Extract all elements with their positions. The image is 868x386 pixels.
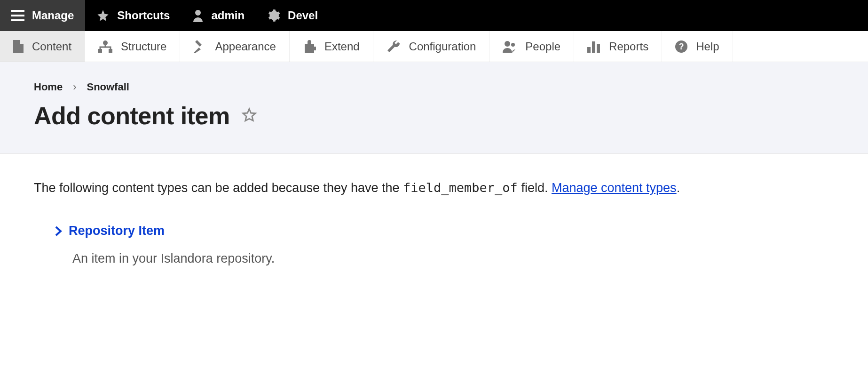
manage-content-types-link[interactable]: Manage content types	[552, 181, 677, 195]
tab-help[interactable]: ? Help	[662, 31, 733, 62]
toolbar-shortcuts-label: Shortcuts	[117, 9, 170, 22]
svg-rect-1	[11, 15, 24, 16]
intro-suffix: field.	[518, 181, 552, 195]
content-type-link[interactable]: Repository Item	[55, 224, 834, 238]
tab-content[interactable]: Content	[0, 31, 85, 62]
page-header: Home › Snowfall Add content item	[0, 62, 868, 154]
toolbar-shortcuts[interactable]: Shortcuts	[85, 0, 181, 31]
tab-people[interactable]: People	[489, 31, 574, 62]
help-icon: ?	[675, 40, 687, 53]
breadcrumb-separator: ›	[73, 81, 76, 93]
tab-help-label: Help	[696, 40, 719, 53]
tab-reports[interactable]: Reports	[574, 31, 662, 62]
intro-prefix: The following content types can be added…	[34, 181, 403, 195]
tab-reports-label: Reports	[609, 40, 648, 53]
page-title: Add content item	[34, 102, 230, 130]
toolbar-user[interactable]: admin	[181, 0, 256, 31]
tab-appearance-label: Appearance	[215, 40, 276, 53]
toolbar-user-label: admin	[211, 9, 245, 22]
toolbar-manage-label: Manage	[32, 9, 74, 22]
tab-content-label: Content	[32, 40, 71, 53]
gavel-icon	[193, 40, 206, 53]
intro-text: The following content types can be added…	[34, 180, 834, 195]
tab-extend-label: Extend	[324, 40, 360, 53]
svg-rect-0	[11, 10, 24, 12]
svg-rect-11	[597, 44, 600, 53]
tab-configuration-label: Configuration	[409, 40, 476, 53]
intro-field-code: field_member_of	[403, 180, 518, 195]
gear-icon	[267, 9, 280, 22]
page-body: The following content types can be added…	[0, 154, 868, 292]
toolbar-devel[interactable]: Devel	[256, 0, 329, 31]
favorite-star-icon[interactable]	[241, 107, 257, 125]
svg-point-7	[505, 41, 510, 47]
tab-people-label: People	[525, 40, 560, 53]
svg-rect-10	[592, 41, 595, 53]
admin-toolbar: Manage Shortcuts admin Devel	[0, 0, 868, 31]
svg-rect-9	[587, 47, 591, 53]
puzzle-icon	[303, 40, 316, 53]
breadcrumb-current[interactable]: Snowfall	[87, 81, 129, 93]
svg-point-8	[511, 43, 515, 47]
content-type-description: An item in your Islandora repository.	[55, 251, 834, 266]
tab-extend[interactable]: Extend	[290, 31, 373, 62]
document-icon	[13, 40, 24, 53]
chevron-right-icon	[55, 225, 62, 237]
user-icon	[192, 9, 204, 22]
tree-icon	[98, 40, 112, 53]
breadcrumb: Home › Snowfall	[34, 81, 834, 93]
bar-chart-icon	[587, 40, 600, 53]
svg-point-4	[103, 40, 108, 45]
star-icon	[96, 9, 110, 22]
content-type-label: Repository Item	[69, 224, 165, 238]
hamburger-icon	[11, 10, 24, 21]
tab-structure[interactable]: Structure	[85, 31, 180, 62]
svg-rect-6	[109, 49, 112, 53]
svg-text:?: ?	[679, 42, 684, 51]
tab-configuration[interactable]: Configuration	[373, 31, 490, 62]
people-icon	[503, 40, 517, 53]
admin-subtoolbar: Content Structure Appearance Extend Conf…	[0, 31, 868, 62]
wrench-icon	[387, 40, 401, 54]
svg-rect-2	[11, 19, 24, 21]
svg-rect-5	[98, 49, 102, 53]
intro-period: .	[677, 181, 680, 195]
content-type-list: Repository Item An item in your Islandor…	[34, 224, 834, 266]
tab-structure-label: Structure	[121, 40, 166, 53]
tab-appearance[interactable]: Appearance	[180, 31, 289, 62]
svg-point-3	[195, 10, 201, 16]
toolbar-manage[interactable]: Manage	[0, 0, 85, 31]
toolbar-devel-label: Devel	[288, 9, 318, 22]
breadcrumb-home[interactable]: Home	[34, 81, 63, 93]
